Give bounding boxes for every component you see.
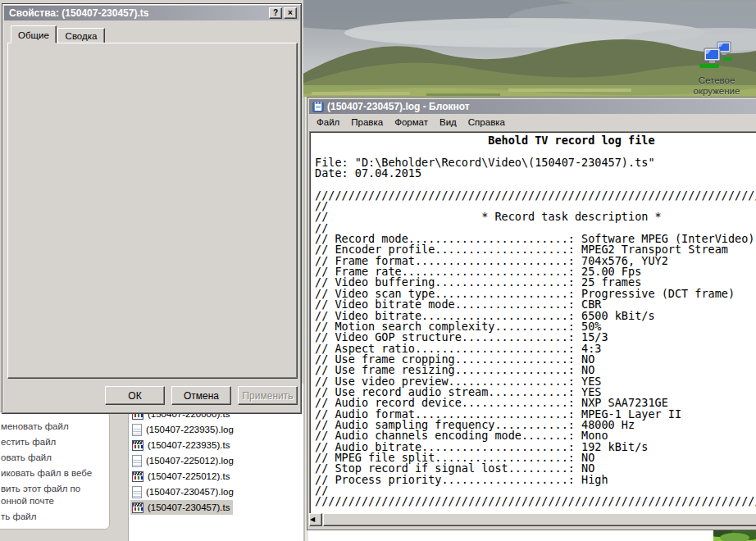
cancel-button[interactable]: Отмена	[171, 386, 231, 405]
network-icon-label-line2: окружение	[685, 86, 748, 97]
network-icon-label-line1: Сетевое	[685, 75, 748, 86]
ts-file-icon	[132, 502, 143, 513]
task-link-line: вить этот файл по	[1, 483, 80, 495]
log-file-icon	[132, 486, 142, 498]
tab-general[interactable]: Общие	[11, 25, 57, 43]
scrollbar-thumb[interactable]	[323, 513, 756, 526]
menu-view[interactable]: Вид	[434, 116, 462, 129]
file-task-link[interactable]: вить этот файл поонной почте	[1, 483, 80, 507]
task-link-line: иковать файл в вебе	[1, 467, 92, 480]
scroll-left-arrow-icon[interactable]: ◀	[309, 513, 322, 526]
file-tasks-pane: меновать файлестить файловать файликоват…	[0, 411, 110, 530]
task-link-line: естить файл	[1, 436, 56, 448]
menu-help[interactable]: Справка	[462, 116, 511, 129]
file-row[interactable]: (150407-230457).ts	[130, 500, 233, 515]
ts-file-icon	[132, 440, 143, 451]
file-name: (150407-230457).ts	[148, 502, 230, 512]
dialog-title: Свойства: (150407-230457).ts	[9, 7, 267, 19]
tab-summary[interactable]: Сводка	[57, 28, 105, 43]
file-task-link[interactable]: иковать файл в вебе	[1, 467, 92, 480]
file-row[interactable]: (150407-225012).log	[130, 453, 237, 468]
network-places-icon	[698, 41, 736, 72]
file-task-link[interactable]: овать файл	[1, 452, 52, 464]
task-link-line: ть файл	[1, 511, 36, 523]
notepad-text-area[interactable]: Behold TV record log file File: "D:\Beho…	[309, 131, 756, 513]
notepad-title: (150407-230457).log - Блокнот	[327, 101, 470, 112]
notepad-titlebar[interactable]: (150407-230457).log - Блокнот	[309, 99, 756, 114]
file-name: (150407-225012).ts	[148, 471, 230, 481]
notepad-horizontal-scrollbar[interactable]: ◀	[309, 513, 756, 526]
dialog-titlebar[interactable]: Свойства: (150407-230457).ts ? ×	[4, 6, 299, 20]
task-link-line: меновать файл	[1, 421, 69, 433]
notepad-menubar: Файл Правка Формат Вид Справка	[309, 114, 756, 130]
properties-dialog: Свойства: (150407-230457).ts ? × Общие С…	[2, 3, 302, 414]
file-task-link[interactable]: меновать файл	[1, 421, 69, 433]
notepad-icon	[312, 101, 324, 112]
ok-button[interactable]: ОК	[105, 386, 165, 405]
menu-edit[interactable]: Правка	[345, 116, 389, 129]
file-name: (150407-230457).log	[146, 487, 234, 497]
file-name: (150407-225012).log	[146, 456, 234, 466]
file-task-link[interactable]: ть файл	[1, 511, 36, 523]
notepad-window: (150407-230457).log - Блокнот Файл Правк…	[307, 97, 756, 530]
file-row[interactable]: (150407-230457).log	[130, 484, 237, 499]
network-places-desktop-icon[interactable]: Сетевое окружение	[685, 41, 748, 97]
file-row[interactable]: (150407-223935).ts	[130, 438, 233, 452]
log-text: Behold TV record log file File: "D:\Beho…	[310, 132, 756, 507]
file-task-link[interactable]: естить файл	[1, 436, 56, 448]
file-name: (150407-223935).log	[146, 425, 234, 434]
ts-file-icon	[132, 471, 143, 482]
tab-panel	[7, 43, 298, 379]
close-button[interactable]: ×	[284, 7, 297, 19]
log-file-icon	[132, 455, 142, 467]
help-button[interactable]: ?	[269, 7, 282, 19]
log-file-icon	[132, 424, 142, 436]
menu-file[interactable]: Файл	[311, 116, 345, 129]
apply-button[interactable]: Применить	[238, 386, 298, 405]
file-row[interactable]: (150407-223935).log	[130, 422, 237, 437]
file-name: (150407-223935).ts	[148, 440, 230, 450]
task-link-line: онной почте	[1, 495, 80, 507]
task-link-line: овать файл	[1, 452, 52, 464]
file-row[interactable]: (150407-225012).ts	[130, 469, 233, 484]
menu-format[interactable]: Формат	[389, 116, 434, 129]
